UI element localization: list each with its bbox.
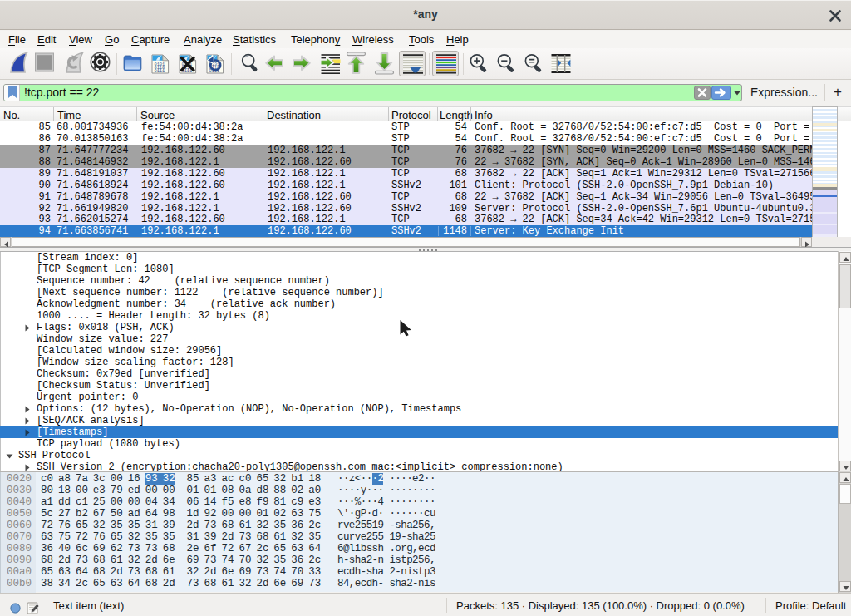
svg-text:0111: 0111 bbox=[154, 69, 165, 74]
